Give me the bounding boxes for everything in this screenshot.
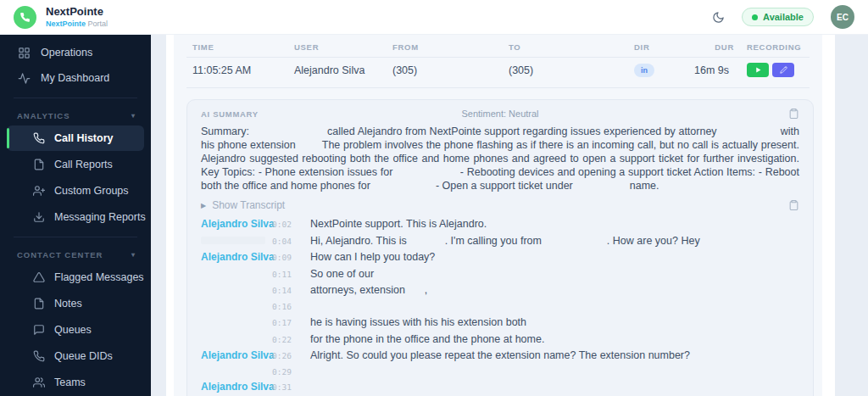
phone-icon [19,12,31,23]
ai-summary-header: AI SUMMARY Sentiment: Neutral [201,108,799,120]
ai-analysis-button[interactable] [772,63,794,77]
redacted-text [253,134,325,135]
sidebar-item-my-dashboard[interactable]: My Dashboard [0,65,151,91]
sidebar-item-queues[interactable]: Queues [7,317,144,343]
sidebar-item-label: Notes [54,298,82,310]
copy-summary-icon[interactable] [788,108,799,120]
sidebar-section-analytics[interactable]: ANALYTICS▾ [0,105,151,125]
transcript-text: he is having issues with his his extensi… [310,316,799,328]
sidebar-item-label: Queue DIDs [54,350,113,362]
moon-icon[interactable] [712,11,725,24]
sidebar-item-label: Teams [54,376,86,388]
sidebar: OperationsMy DashboardANALYTICS▾Call His… [0,35,151,396]
phone-icon [33,132,45,144]
sidebar-item-messaging-reports[interactable]: Messaging Reports [7,204,144,230]
sidebar-item-label: My Dashboard [41,72,109,84]
transcript-text: Hi, Alejandro. This is . I'm calling you… [310,235,799,247]
sidebar-item-queue-dids[interactable]: Queue DIDs [7,343,144,369]
app-subtitle: NextPointe Portal [46,20,108,28]
transcript-row: 0:04Hi, Alejandro. This is . I'm calling… [201,235,799,247]
section-title: ANALYTICS [17,111,70,120]
sidebar-item-label: Queues [54,324,92,336]
transcript-text: attorneys, extension , [310,284,799,296]
ai-summary-card: AI SUMMARY Sentiment: Neutral Summary: c… [186,99,814,396]
sidebar-item-call-history[interactable]: Call History [7,125,144,151]
app-title: NextPointe [46,6,108,19]
users-icon [33,376,45,388]
column-header-time: TIME [192,42,294,52]
column-header-dur: DUR [693,42,734,52]
transcript-row: Alejandro Silva0:09How can I help you to… [201,251,799,263]
column-header-recording: RECORDING [734,42,822,52]
transcript-row: 0:16 [201,301,799,312]
triangle-right-icon: ▶ [201,202,206,209]
sidebar-item-operations[interactable]: Operations [0,40,151,65]
sidebar-item-label: Custom Groups [54,185,129,197]
redacted-speaker [201,237,265,244]
cell-dur: 16m 9s [693,64,734,76]
chevron-down-icon: ▾ [131,251,136,259]
redacted-text [544,243,604,244]
status-badge[interactable]: Available [742,8,814,26]
table-row[interactable]: 11:05:25 AMAlejandro Silva(305)(305)in16… [174,58,822,82]
main-area: TIMEUSERFROMTODIRDURRECORDING 11:05:25 A… [151,35,868,396]
transcript-row: 0:14attorneys, extension , [201,284,799,296]
show-transcript-toggle[interactable]: Show Transcript [212,199,285,211]
play-icon [754,66,762,74]
transcript-timestamp: 0:29 [272,366,310,377]
section-title: CONTACT CENTER [17,250,103,259]
column-header-user: USER [294,42,392,52]
cell-from: (305) [392,64,509,76]
app-subtitle-brand: NextPointe [46,20,86,28]
sidebar-item-call-reports[interactable]: Call Reports [7,152,144,177]
transcript-timestamp: 0:16 [272,301,310,312]
status-dot [752,14,758,20]
app-subtitle-suffix: Portal [86,20,108,28]
transcript-text: Alright. So could you please repeat the … [310,349,799,361]
copy-transcript-icon[interactable] [788,199,799,211]
transcript-text: How can I help you today? [310,251,799,263]
brand-block: NextPointe NextPointe Portal [46,6,108,28]
ai-summary-title: AI SUMMARY [201,109,461,119]
avatar[interactable]: EC [831,5,854,29]
user-plus-icon [33,185,45,197]
sidebar-item-custom-groups[interactable]: Custom Groups [7,178,144,204]
transcript-speaker: Alejandro Silva [201,252,272,263]
sidebar-item-teams[interactable]: Teams [7,370,144,395]
redacted-text [409,243,442,244]
sidebar-item-label: Flagged Messages [54,271,144,283]
sentiment-label: Sentiment: Neutral [461,109,538,119]
sidebar-divider [14,98,137,98]
sidebar-item-label: Messaging Reports [54,211,146,223]
sidebar-item-notes[interactable]: Notes [7,291,144,316]
sidebar-item-label: Operations [41,47,92,59]
transcript-row: 0:29 [201,366,799,377]
cell-user: Alejandro Silva [294,64,392,76]
call-history-panel: TIMEUSERFROMTODIRDURRECORDING 11:05:25 A… [174,35,822,396]
redacted-text [396,175,457,176]
sidebar-section-contact-center[interactable]: CONTACT CENTER▾ [0,244,151,264]
phone-icon [33,350,45,362]
header-actions: Available EC [712,5,854,29]
summary-text: Summary: called Alejandro from NextPoint… [201,125,799,192]
play-recording-button[interactable] [747,63,769,77]
transcript-speaker [201,236,272,247]
transcript-row: Alejandro Silva0:02NextPointe support. T… [201,218,799,230]
pen-icon [780,66,787,74]
show-transcript-row: ▶ Show Transcript [201,199,799,211]
transcript-speaker: Alejandro Silva [201,382,272,393]
app-window: NextPointe NextPointe Portal Available E… [0,0,868,396]
sidebar-item-flagged-messages[interactable]: Flagged Messages [7,265,144,290]
column-header-to: TO [509,42,634,52]
transcript-text: NextPointe support. This is Alejandro. [310,218,799,230]
transcript-timestamp: 0:22 [272,334,310,345]
transcript-row: Alejandro Silva0:31 [201,382,799,393]
right-scroll-gutter[interactable] [822,35,835,396]
column-header-dir: DIR [634,42,693,52]
transcript-row: 0:11So one of our [201,268,799,280]
transcript-timestamp: 0:09 [272,252,310,263]
download-icon [33,211,45,223]
chevron-down-icon: ▾ [131,112,136,120]
transcript-text: for the phone in the office and the phon… [310,333,799,345]
table-header: TIMEUSERFROMTODIRDURRECORDING [174,35,822,52]
